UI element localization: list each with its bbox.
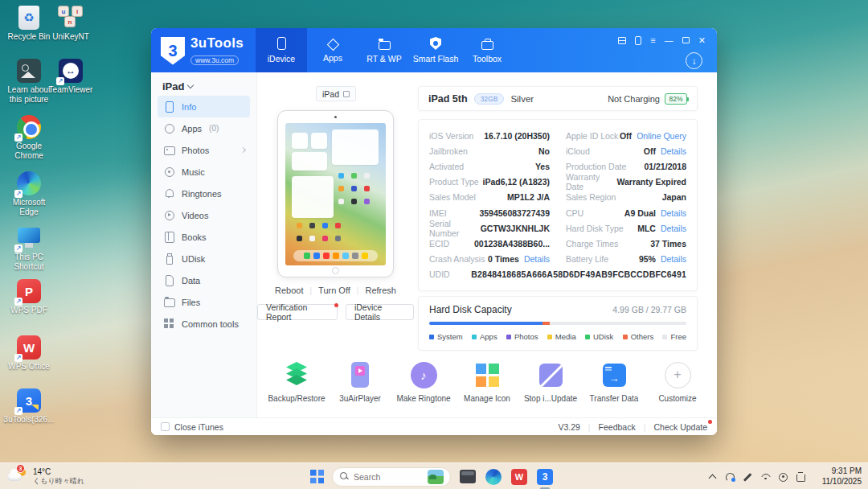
reboot-button[interactable]: Reboot [275,286,303,295]
desktop-icon-wps-pdf[interactable]: P WPS PDF [3,278,55,315]
details-link[interactable]: Details [661,254,686,264]
device-details: iOS Version16.7.10 (20H350) JailbrokenNo… [418,119,698,291]
detail-row: Sales RegionJapan [566,190,686,205]
desktop-icon-teamviewer[interactable]: ↔ TeamViewer [45,58,96,95]
desktop-icon-edge[interactable]: Microsoft Edge [3,171,55,216]
nav-rt-wp[interactable]: RT & WP [358,28,410,72]
detail-row: Hard Disk TypeMLCDetails [566,220,686,236]
search-input[interactable] [354,472,423,482]
details-link[interactable]: Details [661,208,686,218]
manage-icon-icon [476,364,499,387]
wps-office-icon: W [17,335,41,360]
turn-off-button[interactable]: Turn Off [318,286,350,295]
desktop-icon-label: Microsoft Edge [3,198,55,216]
weather-badge: 3 [16,464,25,473]
disk-legend: System Apps Photos Media UDisk Others Fr… [429,332,686,341]
device-icon[interactable] [635,36,641,45]
desktop-icon-wps-office[interactable]: W WPS Office [3,335,55,372]
sidebar-item-apps[interactable]: Apps (0) [158,117,250,139]
nav-toolbox[interactable]: Toolbox [461,28,513,72]
minimize-button[interactable]: — [665,35,674,45]
window-header: 3 3uToolswww.3u.com iDevice Apps RT & WP… [151,28,717,72]
feedback-link[interactable]: Feedback [599,422,636,432]
verification-report-button[interactable]: Verification Report [257,304,338,320]
taskbar-search[interactable] [332,467,451,487]
taskbar-edge[interactable] [485,468,502,486]
sidebar-item-music[interactable]: Music [158,161,250,183]
sidebar: iPad Info Apps (0) Photos Music Ringtone… [151,72,257,417]
hidden-icons-chevron[interactable] [707,472,717,482]
start-button[interactable] [310,470,324,483]
tool-customize[interactable]: + Customize [651,360,704,403]
sidebar-item-common-tools[interactable]: Common tools [158,313,250,335]
sidebar-item-ringtones[interactable]: Ringtones [158,183,250,204]
tool-make-ringtone[interactable]: ♪ Make Ringtone [397,360,450,403]
sidebar-item-data[interactable]: Data [158,269,250,291]
sync-tray-icon[interactable] [725,472,735,482]
home-button [332,267,339,274]
taskbar-wps[interactable]: W [510,468,528,486]
maximize-button[interactable] [682,37,690,43]
refresh-button[interactable]: Refresh [365,286,396,295]
check-update-link[interactable]: Check Update [653,422,707,432]
sidebar-item-books[interactable]: Books [158,226,250,248]
desktop-icon-unikeynt[interactable]: uin UniKeyNT [45,5,96,42]
desktop-icon-3utools[interactable]: 3 3uTools(326... [3,388,55,425]
sidebar-item-udisk[interactable]: UDisk [158,248,250,269]
device-screen [285,123,386,265]
taskbar-3utools[interactable]: 3 [536,468,554,486]
tool-3uairplayer[interactable]: 3uAirPlayer [334,360,387,403]
charge-state: Not Charging 82% [608,93,687,105]
device-actions: Reboot | Turn Off | Refresh [257,286,414,295]
sidebar-item-info[interactable]: Info [158,96,250,117]
3utools-icon: 3 [17,388,41,413]
nav-idevice[interactable]: iDevice [256,28,307,72]
detail-row: ActivatedYes [429,158,550,174]
device-selector[interactable]: iPad [151,72,256,96]
details-link[interactable]: Details [524,254,550,264]
detail-row: Sales ModelMP1L2 J/A [429,190,550,205]
rt-wp-folder-icon [379,41,391,50]
rotation-tray-icon[interactable] [796,472,805,482]
capacity-badge: 32GB [474,93,505,105]
detail-row: CPUA9 DualDetails [566,205,686,220]
nav-smart-flash[interactable]: Smart Flash [410,28,461,72]
wps-pdf-icon: P [17,279,41,303]
desktop-icon-this-pc[interactable]: This PC Shortcut [3,225,55,271]
taskbar-clock[interactable]: 9:31 PM 11/10/2025 [822,466,862,487]
sidebar-item-videos[interactable]: Videos [158,204,250,226]
tool-backup-restore[interactable]: Backup/Restore [270,360,323,403]
desktop-icon-label: Recycle Bin [8,32,51,42]
detail-row: iCloudOffDetails [566,143,686,158]
tool-transfer-data[interactable]: Transfer Data [588,360,641,403]
pen-tray-icon[interactable] [743,472,752,482]
download-center-button[interactable]: ↓ [686,52,702,69]
sidebar-item-files[interactable]: Files [158,291,250,313]
sidebar-item-photos[interactable]: Photos [158,139,250,161]
desktop-icon-chrome[interactable]: Google Chrome [3,114,55,160]
version-label: V3.29 [558,422,579,432]
taskbar-weather-widget[interactable]: 3 14°C くもり時々晴れ [6,466,84,487]
settings-tray-icon[interactable] [778,472,788,482]
close-button[interactable]: ✕ [698,35,706,45]
device-preview [277,110,394,277]
disk-usage-bar [429,322,686,325]
chevron-right-icon [240,147,246,153]
close-itunes-checkbox[interactable] [161,422,170,431]
menu-icon[interactable]: ≡ [650,35,655,45]
tool-stop-ios-update[interactable]: Stop i...Update [524,360,577,403]
taskbar-file-explorer[interactable] [459,468,477,486]
detail-row: ECID001238A4388B60... [429,236,550,251]
plus-icon: + [665,362,691,388]
details-link[interactable]: Details [661,146,686,156]
wifi-icon[interactable] [760,472,770,482]
desktop-icon-label: This PC Shortcut [3,253,55,271]
details-link[interactable]: Details [661,224,686,233]
online-query-link[interactable]: Online Query [637,131,686,141]
gift-icon[interactable] [618,37,626,44]
idevice-details-button[interactable]: iDevice Details [346,304,414,320]
device-name-chip[interactable]: iPad [316,86,356,101]
desktop-icon-label: Google Chrome [3,142,55,160]
nav-apps[interactable]: Apps [307,28,358,72]
tool-manage-icon[interactable]: Manage Icon [461,360,514,403]
